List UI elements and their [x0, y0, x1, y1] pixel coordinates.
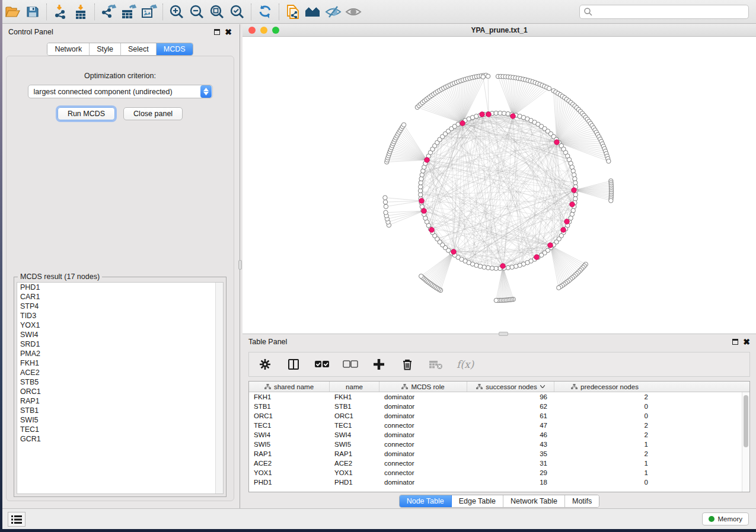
vertical-splitter[interactable]	[238, 24, 243, 508]
list-item[interactable]: SWI4	[17, 330, 223, 339]
close-panel-icon[interactable]: ✖	[743, 339, 750, 345]
table-row[interactable]: SWI5SWI5connector431	[249, 440, 749, 449]
table-cell[interactable]: SWI4	[330, 431, 379, 438]
zoom-fit-icon[interactable]	[207, 3, 227, 21]
tab-mcds[interactable]: MCDS	[157, 43, 193, 55]
list-item[interactable]: FKH1	[17, 358, 223, 368]
criterion-dropdown[interactable]: largest connected component (undirected)	[28, 85, 213, 98]
export-network-icon[interactable]	[98, 3, 119, 21]
splitter-handle[interactable]	[238, 260, 242, 270]
table-cell[interactable]: RAP1	[249, 450, 330, 457]
float-window-icon[interactable]	[732, 339, 738, 345]
table-cell[interactable]: 1	[554, 460, 655, 467]
table-cell[interactable]: connector	[379, 441, 467, 448]
table-cell[interactable]: 0	[554, 403, 655, 410]
tab-network-table[interactable]: Network Table	[503, 495, 565, 507]
table-cell[interactable]: 46	[467, 431, 554, 438]
table-cell[interactable]: TEC1	[249, 422, 330, 429]
select-all-icon[interactable]	[314, 356, 330, 373]
table-cell[interactable]: dominator	[379, 431, 467, 438]
list-item[interactable]: TEC1	[17, 425, 223, 434]
splitter-handle[interactable]	[499, 332, 508, 336]
list-item[interactable]: STB5	[17, 377, 223, 387]
table-cell[interactable]: 2	[554, 431, 655, 438]
table-cell[interactable]: YOX1	[330, 469, 379, 476]
table-cell[interactable]: dominator	[379, 450, 467, 457]
tab-network[interactable]: Network	[47, 43, 90, 55]
tab-motifs[interactable]: Motifs	[565, 495, 599, 507]
table-cell[interactable]: 35	[467, 450, 554, 457]
table-cell[interactable]: dominator	[379, 403, 467, 410]
table-cell[interactable]: SWI5	[249, 441, 330, 448]
deselect-all-icon[interactable]	[343, 356, 358, 373]
zoom-in-icon[interactable]	[167, 3, 187, 21]
table-cell[interactable]: ORC1	[330, 412, 379, 419]
table-cell[interactable]: 2	[554, 450, 655, 457]
table-cell[interactable]: 61	[467, 412, 554, 419]
table-row[interactable]: ORC1ORC1dominator610	[249, 411, 749, 421]
list-item[interactable]: SWI5	[17, 415, 223, 425]
table-cell[interactable]: 31	[467, 460, 554, 467]
show-all-icon[interactable]	[343, 3, 363, 21]
table-cell[interactable]: ACE2	[249, 460, 330, 467]
column-header-mcds-role[interactable]: MCDS role	[379, 382, 467, 392]
network-graph[interactable]	[243, 37, 756, 334]
list-item[interactable]: YOX1	[17, 321, 223, 330]
gear-icon[interactable]	[257, 356, 273, 373]
tab-node-table[interactable]: Node Table	[400, 495, 452, 507]
tab-style[interactable]: Style	[90, 43, 121, 55]
tab-select[interactable]: Select	[121, 43, 157, 55]
table-cell[interactable]: PHD1	[249, 479, 330, 486]
table-row[interactable]: FKH1FKH1dominator962	[249, 392, 749, 402]
column-header-shared-name[interactable]: shared name	[249, 382, 330, 392]
first-neighbors-icon[interactable]	[303, 3, 323, 21]
open-file-icon[interactable]	[2, 3, 23, 21]
scrollbar-thumb[interactable]	[744, 395, 748, 447]
table-cell[interactable]: 96	[467, 393, 554, 400]
table-cell[interactable]: 1	[554, 469, 655, 476]
column-header-successor-nodes[interactable]: successor nodes	[467, 382, 554, 392]
table-cell[interactable]: 2	[554, 422, 655, 429]
table-cell[interactable]: connector	[379, 469, 467, 476]
delete-table-icon[interactable]	[428, 356, 444, 373]
close-panel-button[interactable]: Close panel	[123, 107, 183, 120]
table-row[interactable]: PHD1PHD1dominator180	[249, 477, 749, 487]
table-cell[interactable]: 29	[467, 469, 554, 476]
list-item[interactable]: TID3	[17, 311, 223, 321]
list-item[interactable]: STB1	[17, 406, 223, 415]
table-row[interactable]: TEC1TEC1connector472	[249, 421, 749, 430]
function-icon[interactable]: f(x)	[457, 358, 474, 370]
export-table-icon[interactable]	[119, 3, 139, 21]
table-cell[interactable]: 43	[467, 441, 554, 448]
column-header-predecessor-nodes[interactable]: predecessor nodes	[554, 382, 655, 392]
list-item[interactable]: RAP1	[17, 396, 223, 406]
table-cell[interactable]: dominator	[379, 412, 467, 419]
table-cell[interactable]: SWI5	[330, 441, 379, 448]
table-cell[interactable]: TEC1	[330, 422, 379, 429]
list-item[interactable]: SRD1	[17, 339, 223, 349]
table-cell[interactable]: ACE2	[330, 460, 379, 467]
table-cell[interactable]: 18	[467, 479, 554, 486]
table-cell[interactable]: RAP1	[330, 450, 379, 457]
list-item[interactable]: STP4	[17, 302, 223, 311]
column-header-name[interactable]: name	[330, 382, 379, 392]
import-network-icon[interactable]	[50, 3, 71, 21]
table-row[interactable]: RAP1RAP1dominator352	[249, 449, 749, 459]
table-cell[interactable]: PHD1	[330, 479, 379, 486]
zoom-out-icon[interactable]	[187, 3, 207, 21]
node-table[interactable]: shared name name MCDS role successor nod…	[248, 381, 750, 492]
save-session-icon[interactable]	[23, 3, 43, 21]
table-cell[interactable]: ORC1	[249, 412, 330, 419]
list-item[interactable]: CAR1	[17, 292, 223, 302]
hide-selected-icon[interactable]	[323, 3, 343, 21]
table-cell[interactable]: 1	[554, 441, 655, 448]
tab-edge-table[interactable]: Edge Table	[452, 495, 503, 507]
table-cell[interactable]: FKH1	[249, 393, 330, 400]
run-mcds-button[interactable]: Run MCDS	[58, 107, 115, 120]
table-row[interactable]: ACE2ACE2connector311	[249, 459, 749, 468]
refresh-layout-icon[interactable]	[255, 3, 275, 21]
list-item[interactable]: GCR1	[17, 434, 223, 444]
mcds-result-list[interactable]: PHD1CAR1STP4TID3YOX1SWI4SRD1PMA2FKH1ACE2…	[17, 282, 224, 494]
search-field[interactable]	[579, 5, 749, 19]
zoom-selected-icon[interactable]	[227, 3, 247, 21]
